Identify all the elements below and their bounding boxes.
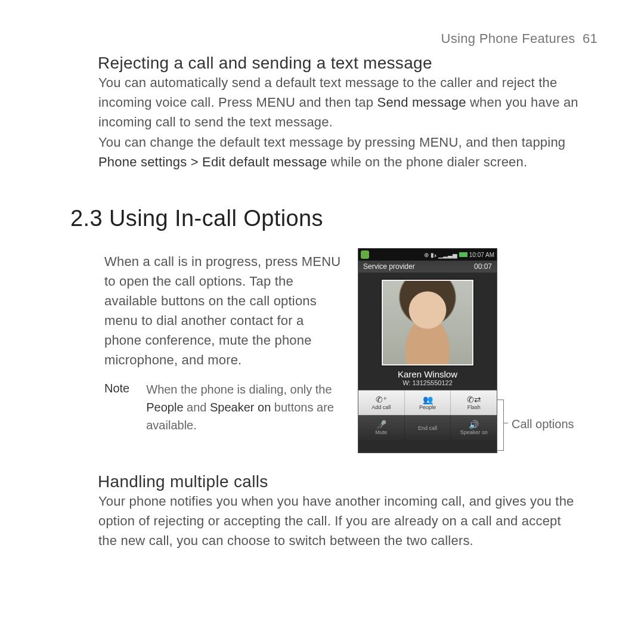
paragraph-multiple-calls: Your phone notifies you when you have an… [98,491,575,550]
network-icon: ▮₃ [431,252,436,258]
provider-row: Service provider 00:07 [358,261,497,273]
callout-bracket [497,400,504,451]
people-button[interactable]: 👥People [405,391,451,415]
caller-photo [382,280,473,366]
home-icon [361,250,369,259]
note-label: Note [104,380,129,434]
status-bar: ⊕ ▮₃ ▁▂▃▅ 10:07 AM [358,249,497,261]
battery-icon [459,252,467,257]
flash-button[interactable]: ✆⇄Flash [451,391,497,415]
heading-multiple-calls: Handling multiple calls [98,472,268,491]
caller-name: Karen Winslow [358,369,497,379]
paragraph-reject-2: You can change the default text message … [98,132,593,172]
end-call-button[interactable]: End call [405,416,451,440]
heading-2-3: 2.3 Using In-call Options [70,206,323,231]
mute-button[interactable]: 🎤̸Mute [358,416,405,440]
page-number: 61 [583,31,597,46]
call-options-panel: ✆⁺Add call 👥People ✆⇄Flash 🎤̸Mute End ca… [358,390,497,440]
flash-icon: ✆⇄ [467,395,481,404]
speaker-icon: 🔊 [469,420,479,429]
note-block: Note When the phone is dialing, only the… [104,380,343,434]
add-call-button[interactable]: ✆⁺Add call [358,391,405,415]
callout-label: Call options [512,417,574,431]
paragraph-incall: When a call is in progress, press MENU t… [104,252,343,370]
signal-icon: ▁▂▃▅ [438,252,457,258]
chapter-title: Using Phone Features [441,31,575,46]
heading-reject-call: Rejecting a call and sending a text mess… [98,54,432,73]
gps-icon: ⊕ [424,252,429,258]
mute-icon: 🎤̸ [376,420,386,429]
call-elapsed: 00:07 [474,262,492,271]
note-text: When the phone is dialing, only the Peop… [146,380,343,434]
speaker-button[interactable]: 🔊Speaker on [451,416,497,440]
phone-screenshot: ⊕ ▮₃ ▁▂▃▅ 10:07 AM Service provider 00:0… [358,248,497,453]
add-call-icon: ✆⁺ [376,395,387,404]
provider-label: Service provider [363,262,415,271]
running-header: Using Phone Features 61 [441,31,597,47]
status-time: 10:07 AM [469,252,494,258]
manual-page: { "running_head": { "title": "Using Phon… [0,0,644,644]
people-icon: 👥 [423,395,433,404]
paragraph-reject-1: You can automatically send a default tex… [98,73,587,132]
caller-number: W: 13125550122 [358,379,497,390]
